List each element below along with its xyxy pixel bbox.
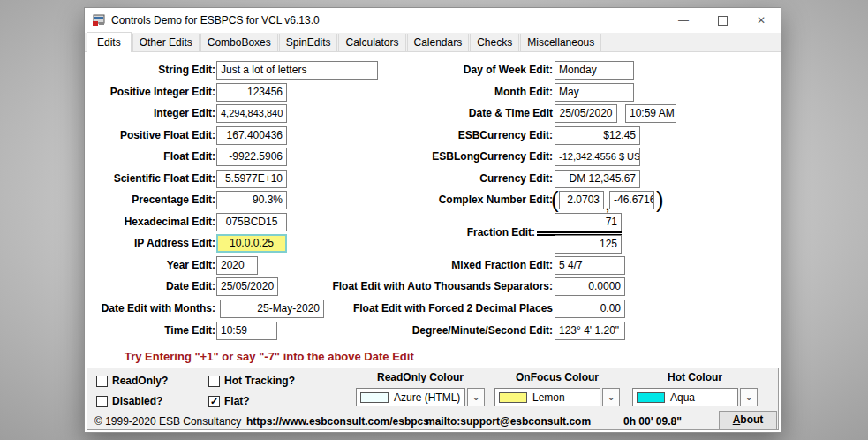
complex-open-paren: (	[551, 186, 559, 213]
float-forced-edit-label: Float Edit with Forced 2 Decimal Places	[297, 300, 553, 318]
chevron-down-icon: ⌄	[607, 391, 615, 403]
complex-real-input[interactable]: 2.0703	[559, 191, 604, 209]
day-of-week-edit-input[interactable]: Monday	[555, 61, 634, 80]
window-controls: — ✕	[664, 8, 781, 33]
currency-edit-input[interactable]: DM 12,345.67	[555, 170, 640, 188]
time-edit-input[interactable]: 10:59	[216, 322, 277, 340]
year-edit-label: Year Edit:	[87, 256, 215, 275]
float-edit-label: Float Edit:	[87, 148, 215, 166]
float-thousands-edit-label: Float Edit with Auto Thousands Separator…	[297, 277, 553, 296]
onfocus-colour-swatch	[499, 392, 527, 403]
percentage-edit-label: Precentage Edit:	[87, 191, 215, 209]
mailto-link[interactable]: mailto:support@esbconsult.com	[426, 413, 591, 431]
readonly-colour-select[interactable]: Azure (HTML)	[356, 388, 465, 406]
date-time-edit-time-input[interactable]: 10:59 AM	[625, 104, 676, 123]
positive-integer-edit-label: Positive Integer Edit:	[87, 83, 215, 102]
hot-colour-value: Aqua	[670, 391, 695, 404]
tab-checks[interactable]: Checks	[470, 34, 519, 51]
disabled-checkbox[interactable]: Disabled?	[96, 394, 162, 408]
complex-imaginary-input[interactable]: -46.6716	[609, 191, 654, 209]
percentage-edit-input[interactable]: 90.3%	[216, 191, 287, 209]
currency-edit-label: Currency Edit:	[297, 170, 553, 188]
onfocus-colour-dropdown-button[interactable]: ⌄	[602, 388, 620, 406]
flat-checkbox-label: Flat?	[224, 395, 250, 407]
hot-colour-label: Hot Colour	[632, 371, 758, 383]
onfocus-colour-select[interactable]: Lemon	[494, 388, 600, 406]
float-thousands-edit-input[interactable]: 0.0000	[555, 277, 625, 296]
flat-checkbox[interactable]: ✓ Flat?	[208, 394, 250, 408]
fraction-denominator-input[interactable]: 125	[555, 235, 622, 254]
hexadecimal-edit-label: Hexadecimal Edit:	[87, 213, 215, 231]
esbcurrency-edit-input[interactable]: $12.45	[555, 126, 640, 145]
chevron-down-icon: ⌄	[744, 391, 752, 403]
tab-comboboxes[interactable]: ComboBoxes	[200, 34, 278, 51]
time-edit-label: Time Edit:	[87, 322, 215, 340]
month-edit-label: Month Edit:	[297, 83, 553, 102]
app-window: Controls Demo for ESBPCS for VCL v6.13.0…	[84, 7, 781, 433]
date-time-edit-date-input[interactable]: 25/05/2020	[555, 104, 617, 123]
disabled-checkbox-label: Disabled?	[112, 395, 162, 407]
tab-spinedits[interactable]: SpinEdits	[279, 34, 338, 51]
scientific-float-edit-input[interactable]: 5.5977E+10	[216, 170, 287, 188]
ip-address-edit-input[interactable]: 10.0.0.25	[216, 234, 287, 253]
minimize-button[interactable]: —	[664, 8, 703, 33]
positive-float-edit-input[interactable]: 167.400436	[216, 126, 287, 145]
readonly-colour-label: ReadOnly Colour	[356, 371, 485, 383]
hint-text: Try Entering "+1" or say "-7" into the a…	[125, 350, 414, 363]
options-panel: ReadOnly? Disabled? Hot Tracking? ✓ Flat…	[87, 368, 779, 430]
integer-edit-label: Integer Edit:	[87, 104, 215, 123]
complex-number-edit-label: Complex Number Edit:	[297, 191, 553, 209]
float-forced-edit-input[interactable]: 0.00	[555, 300, 625, 318]
tab-miscellaneous[interactable]: Miscellaneous	[520, 34, 601, 51]
scientific-float-edit-label: Scientific Float Edit:	[87, 170, 215, 188]
esblongcurrency-edit-input[interactable]: -12,342.4556 $ USD	[555, 148, 640, 166]
month-edit-input[interactable]: May	[555, 83, 634, 102]
about-button[interactable]: About	[719, 411, 777, 429]
float-edit-input[interactable]: -9922.5906	[216, 148, 287, 166]
website-link[interactable]: https://www.esbconsult.com/esbpcs	[246, 413, 429, 431]
fraction-numerator-input[interactable]: 71	[555, 213, 622, 231]
onfocus-colour-label: OnFocus Colour	[494, 371, 620, 383]
checkbox-icon	[96, 376, 108, 387]
chevron-down-icon: ⌄	[472, 391, 479, 403]
fraction-edit-label: Fraction Edit:	[297, 224, 535, 242]
tab-strip: Edits Other Edits ComboBoxes SpinEdits C…	[85, 33, 781, 52]
readonly-colour-dropdown-button[interactable]: ⌄	[467, 388, 485, 406]
app-icon	[92, 13, 106, 27]
integer-edit-input[interactable]: 4,294,843,840	[216, 104, 287, 123]
esblongcurrency-edit-label: ESBLongCurrency Edit:	[297, 148, 553, 166]
mixed-fraction-edit-input[interactable]: 5 4/7	[555, 256, 625, 275]
hot-colour-dropdown-button[interactable]: ⌄	[740, 388, 758, 406]
hot-tracking-checkbox-label: Hot Tracking?	[224, 375, 295, 387]
maximize-button[interactable]	[703, 8, 742, 33]
date-time-edit-label: Date & Time Edit	[297, 104, 553, 123]
tab-calendars[interactable]: Calendars	[407, 34, 470, 51]
ip-address-edit-label: IP Address Edit:	[87, 234, 215, 253]
session-timer: 0h 00' 09.8"	[623, 413, 682, 431]
title-bar: Controls Demo for ESBPCS for VCL v6.13.0…	[85, 8, 781, 33]
dms-edit-label: Degree/Minute/Second Edit:	[297, 322, 553, 340]
copyright-text: © 1999-2020 ESB Consultancy	[94, 413, 241, 431]
maximize-icon	[718, 16, 728, 26]
tab-edits[interactable]: Edits	[87, 32, 132, 52]
date-edit-label: Date Edit:	[87, 277, 215, 296]
checkbox-icon: ✓	[208, 396, 220, 407]
minimize-icon: —	[678, 14, 689, 27]
hot-tracking-checkbox[interactable]: Hot Tracking?	[208, 374, 295, 388]
hot-colour-swatch	[637, 392, 665, 403]
close-icon: ✕	[757, 14, 766, 27]
year-edit-input[interactable]: 2020	[216, 256, 258, 275]
tab-calculators[interactable]: Calculators	[338, 34, 405, 51]
readonly-colour-swatch	[360, 392, 389, 403]
close-button[interactable]: ✕	[742, 8, 781, 33]
checkbox-icon	[208, 376, 220, 387]
readonly-checkbox[interactable]: ReadOnly?	[96, 374, 168, 388]
string-edit-label: String Edit:	[87, 61, 215, 80]
complex-close-paren: )	[656, 186, 664, 213]
positive-integer-edit-input[interactable]: 123456	[216, 83, 287, 102]
date-edit-input[interactable]: 25/05/2020	[216, 277, 278, 296]
hot-colour-select[interactable]: Aqua	[632, 388, 738, 406]
tab-other-edits[interactable]: Other Edits	[132, 34, 200, 51]
dms-edit-input[interactable]: 123° 4' 1.20"	[555, 322, 625, 340]
hexadecimal-edit-input[interactable]: 075BCD15	[216, 213, 287, 231]
